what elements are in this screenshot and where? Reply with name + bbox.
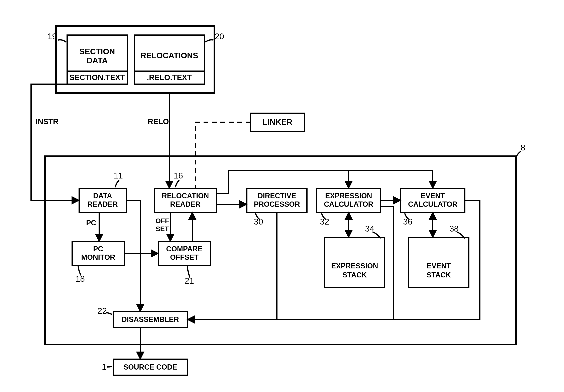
- expr-stack-label-1: EXPRESSION: [331, 262, 378, 270]
- section-data-block: SECTION DATA SECTION.TEXT: [67, 35, 127, 84]
- ref-20: 20: [215, 32, 224, 41]
- disassembler-label: DISASSEMBLER: [122, 315, 179, 323]
- data-reader-label-1: DATA: [93, 192, 112, 200]
- linker-label: LINKER: [263, 118, 293, 126]
- ref-8: 8: [521, 143, 525, 152]
- event-calc-label-1: EVENT: [421, 192, 445, 200]
- expr-stack-label-2: STACK: [342, 271, 367, 279]
- ref-1: 1: [102, 362, 106, 372]
- event-stack-label-1: EVENT: [427, 262, 451, 270]
- relocations-block: RELOCATIONS .RELO.TEXT: [134, 35, 204, 84]
- event-stack-label-2: STACK: [426, 271, 451, 279]
- section-text-label: SECTION.TEXT: [70, 73, 125, 82]
- ref-18: 18: [75, 274, 85, 283]
- relocation-reader-label-1: RELOCATION: [162, 192, 209, 200]
- compare-offset-label-1: COMPARE: [166, 245, 202, 253]
- directive-label-1: DIRECTIVE: [258, 192, 296, 200]
- ref-11: 11: [113, 171, 123, 180]
- pc-label: PC: [86, 219, 96, 227]
- off-label: OFF: [155, 217, 169, 224]
- ref-22: 22: [98, 306, 107, 315]
- relocation-reader-label-2: READER: [170, 200, 200, 208]
- expr-calc-label-2: CALCULATOR: [324, 200, 373, 208]
- expr-calc-label-1: EXPRESSION: [325, 192, 372, 200]
- compare-offset-label-2: OFFSET: [170, 253, 198, 261]
- relo-label: RELO: [148, 117, 169, 126]
- data-reader-label-2: READER: [87, 200, 118, 208]
- relocations-label: RELOCATIONS: [141, 51, 198, 60]
- ref-16: 16: [174, 171, 183, 180]
- section-data-label-2: DATA: [86, 56, 108, 65]
- source-code-label: SOURCE CODE: [123, 363, 177, 371]
- instr-label: INSTR: [36, 117, 58, 126]
- ref-19: 19: [47, 32, 57, 41]
- directive-label-2: PROCESSOR: [254, 200, 300, 208]
- pc-monitor-label-1: PC: [93, 245, 103, 253]
- relo-text-label: .RELO.TEXT: [147, 73, 192, 82]
- section-data-label-1: SECTION: [79, 47, 115, 56]
- event-calc-label-2: CALCULATOR: [408, 200, 458, 208]
- pc-monitor-label-2: MONITOR: [81, 253, 115, 261]
- set-label: SET: [156, 225, 169, 233]
